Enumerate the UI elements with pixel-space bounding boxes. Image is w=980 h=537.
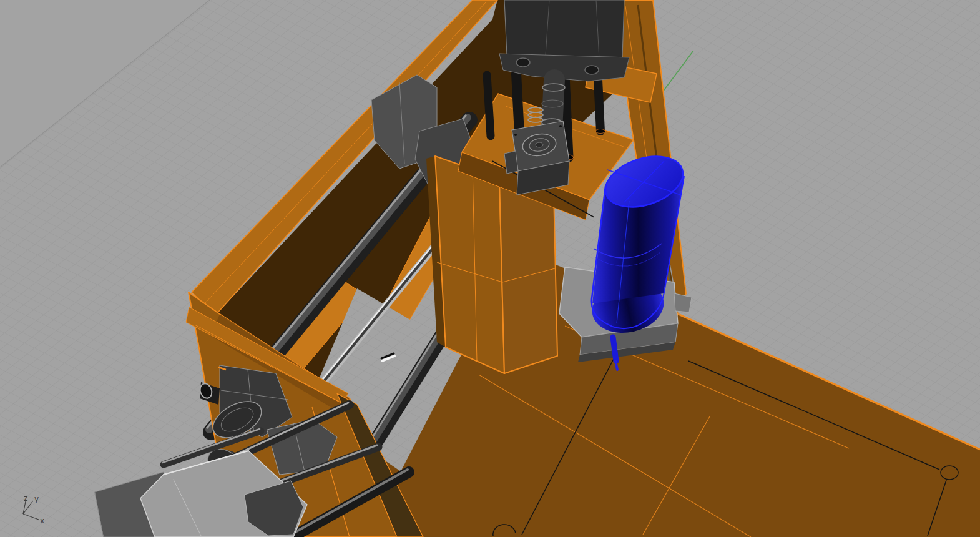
motor-bolt-hole (585, 66, 599, 74)
viewport-3d-scene[interactable]: z y x (0, 0, 980, 537)
z-stepper-motor (499, 0, 629, 81)
gizmo-z-label: z (24, 494, 27, 503)
gizmo-y-label: y (34, 495, 39, 503)
cad-viewport[interactable]: z y x (0, 0, 980, 537)
gizmo-x-label: x (40, 516, 44, 525)
motor-bolt-hole (516, 58, 530, 67)
